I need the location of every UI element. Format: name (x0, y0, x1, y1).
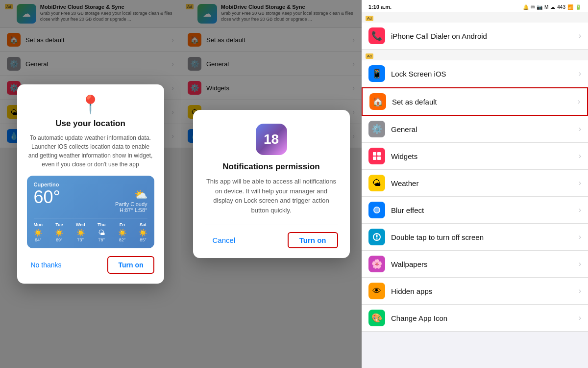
svg-rect-3 (377, 157, 381, 160)
cloud-icon: ☁ (550, 4, 555, 10)
settings-item-set-default[interactable]: 🏠 Set as default › (362, 87, 588, 116)
status-bar: 1:10 a.m. 🔔 ✉ 📷 M ☁ 443 📶 🔋 (362, 0, 588, 12)
weather-hi-lo: H:87° L:58° (115, 207, 147, 213)
arrow-change-icon: › (579, 314, 581, 322)
notif-app-icon-text: 18 (264, 131, 279, 147)
ad-row-2: Ad (362, 50, 588, 60)
notification-icon: 🔔 (523, 4, 529, 10)
arrow-hidden-apps: › (579, 287, 581, 295)
svg-point-5 (374, 208, 379, 212)
location-modal-overlay: 📍 Use your location To automatic update … (0, 0, 181, 368)
icon-wallpapers: 🌸 (368, 256, 385, 272)
no-thanks-button[interactable]: No thanks (27, 257, 66, 273)
status-time: 1:10 a.m. (368, 4, 392, 10)
location-modal-btn-row: No thanks Turn on (27, 256, 154, 274)
forecast-mon: Mon ☀️ 64° (34, 222, 43, 242)
arrow-wallpapers: › (579, 260, 581, 268)
weather-forecast: Mon ☀️ 64° Tue ☀️ 69° Wed ☀️ 73° (34, 218, 147, 242)
icon-widgets (368, 148, 385, 164)
settings-item-double-tap[interactable]: Double tap to turn off screen › (362, 224, 588, 251)
icon-lock-screen: 📱 (368, 65, 385, 82)
forecast-wed-temp: 73° (76, 237, 85, 242)
label-general: General (391, 125, 573, 133)
forecast-mon-icon: ☀️ (34, 229, 43, 237)
settings-list: Ad 📞 iPhone Call Dialer on Android › Ad … (362, 12, 588, 368)
panel-1: Ad ☁ MobiDrive Cloud Storage & Sync Grab… (0, 0, 181, 368)
turn-on-notif-button[interactable]: Turn on (288, 232, 338, 248)
forecast-wed-icon: ☀️ (76, 229, 85, 237)
settings-panel: 1:10 a.m. 🔔 ✉ 📷 M ☁ 443 📶 🔋 Ad 📞 iPhone … (362, 0, 588, 368)
forecast-fri-temp: 82° (118, 237, 126, 242)
notif-app-icon: 18 (256, 124, 287, 155)
forecast-thu-name: Thu (98, 222, 106, 227)
forecast-sat-name: Sat (139, 222, 147, 227)
weather-condition-block: ⛅ Partly Cloudy H:87° L:58° (115, 188, 147, 213)
settings-item-widgets[interactable]: Widgets › (362, 143, 588, 170)
notif-modal-desc: This app will be able to access all noti… (205, 177, 338, 215)
forecast-tue: Tue ☀️ 69° (55, 222, 63, 242)
icon-hidden-apps: 👁 (368, 283, 385, 299)
label-widgets: Widgets (391, 152, 573, 160)
arrow-lock-screen: › (579, 69, 581, 78)
status-icons: 🔔 ✉ 📷 M ☁ 443 📶 🔋 (523, 4, 581, 10)
battery-443-icon: 443 (557, 4, 565, 10)
label-hidden-apps: Hidden apps (391, 287, 573, 295)
icon-double-tap (368, 229, 385, 245)
svg-rect-1 (377, 152, 381, 156)
settings-item-change-icon[interactable]: 🎨 Change App Icon › (362, 305, 588, 332)
cancel-button[interactable]: Cancel (205, 234, 244, 246)
battery-icon: 🔋 (575, 4, 581, 10)
arrow-weather: › (579, 179, 581, 187)
forecast-fri: Fri ☀️ 82° (118, 222, 126, 242)
notif-modal: 18 Notifications permission This app wil… (193, 110, 350, 258)
settings-item-blur[interactable]: Blur effect › (362, 197, 588, 224)
ad-row-1: Ad (362, 12, 588, 23)
location-modal-title: Use your location (27, 119, 154, 129)
weather-temp: 60° (34, 188, 60, 206)
forecast-wed: Wed ☀️ 73° (76, 222, 85, 242)
forecast-sat-temp: 85° (139, 237, 147, 242)
label-set-default: Set as default (392, 98, 572, 106)
mail-icon: ✉ (531, 4, 535, 10)
label-wallpapers: Wallpapers (391, 260, 573, 268)
settings-item-weather[interactable]: 🌤 Weather › (362, 170, 588, 197)
icon-set-default: 🏠 (369, 93, 386, 110)
forecast-fri-name: Fri (118, 222, 126, 227)
svg-rect-7 (376, 235, 378, 237)
notif-modal-overlay: 18 Notifications permission This app wil… (181, 0, 362, 368)
label-lock-screen: Lock Screen iOS (391, 70, 573, 78)
label-weather: Weather (391, 179, 573, 187)
settings-item-call-dialer[interactable]: 📞 iPhone Call Dialer on Android › (362, 23, 588, 50)
settings-item-hidden-apps[interactable]: 👁 Hidden apps › (362, 278, 588, 305)
turn-on-location-button[interactable]: Turn on (107, 256, 154, 274)
svg-rect-0 (373, 152, 376, 156)
forecast-thu: Thu 🌤 78° (98, 222, 106, 242)
arrow-set-default: › (578, 97, 580, 106)
forecast-tue-name: Tue (55, 222, 63, 227)
weather-card: Cupertino 60° ⛅ Partly Cloudy H:87° L:58… (27, 176, 154, 248)
settings-item-lock-screen[interactable]: 📱 Lock Screen iOS › (362, 60, 588, 87)
settings-item-general[interactable]: ⚙️ General › (362, 116, 588, 143)
forecast-tue-icon: ☀️ (55, 229, 63, 237)
label-double-tap: Double tap to turn off screen (391, 233, 573, 241)
forecast-sat: Sat ☀️ 85° (139, 222, 147, 242)
location-modal-desc: To automatic update weather information … (27, 133, 154, 169)
ad-tag-4: Ad (366, 53, 373, 59)
m-icon: M (544, 4, 548, 10)
settings-item-wallpapers[interactable]: 🌸 Wallpapers › (362, 251, 588, 278)
forecast-sat-icon: ☀️ (139, 229, 147, 237)
icon-change-icon: 🎨 (368, 310, 385, 326)
icon-blur (368, 202, 385, 218)
weather-condition: Partly Cloudy (115, 201, 147, 207)
panel-2: Ad ☁ MobiDrive Cloud Storage & Sync Grab… (181, 0, 362, 368)
icon-call-dialer: 📞 (368, 27, 385, 44)
label-blur: Blur effect (391, 206, 573, 214)
wifi-icon: 📶 (567, 4, 573, 10)
icon-weather: 🌤 (368, 175, 385, 191)
weather-temp-row: 60° ⛅ Partly Cloudy H:87° L:58° (34, 188, 147, 213)
weather-city: Cupertino (34, 182, 147, 187)
arrow-blur: › (579, 206, 581, 214)
arrow-call-dialer: › (579, 31, 581, 40)
arrow-general: › (579, 125, 581, 133)
forecast-thu-temp: 78° (98, 237, 106, 242)
